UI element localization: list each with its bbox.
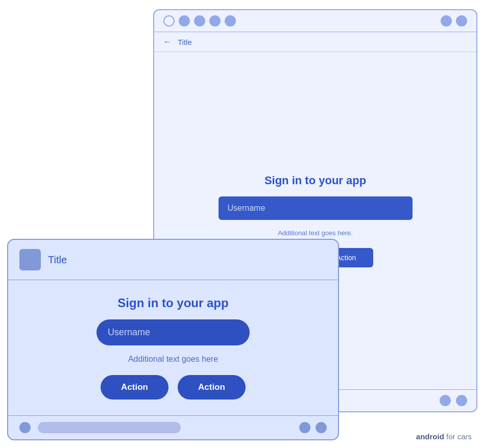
status-dot-white xyxy=(163,15,175,27)
car-bottom-dot-right-2 xyxy=(316,422,327,433)
car-action1-button[interactable]: Action xyxy=(101,375,168,400)
status-dot-3 xyxy=(209,15,221,27)
car-helper-text: Additional text goes here xyxy=(128,355,218,364)
car-username-input[interactable]: Username xyxy=(96,319,250,345)
car-bottom-bar xyxy=(8,415,338,439)
phone-status-bar xyxy=(154,10,476,32)
car-header-title: Title xyxy=(48,254,67,266)
brand-label: android for cars xyxy=(416,432,472,441)
car-signin-title: Sign in to your app xyxy=(117,296,228,310)
car-action2-button[interactable]: Action xyxy=(178,375,246,400)
car-header: Title xyxy=(8,240,338,280)
phone-status-right xyxy=(441,15,467,27)
phone-helper-text: Additional text goes here. xyxy=(278,229,353,237)
car-body: Sign in to your app Username Additional … xyxy=(8,280,338,415)
status-dot-1 xyxy=(179,15,190,27)
car-mockup: Title Sign in to your app Username Addit… xyxy=(7,239,339,440)
phone-bottom-dot-1 xyxy=(440,395,451,406)
back-arrow-icon[interactable]: ← xyxy=(163,37,172,46)
status-dot-2 xyxy=(194,15,205,27)
car-bottom-pill xyxy=(38,422,181,433)
car-bottom-dot-right-1 xyxy=(299,422,310,433)
brand-suffix: for cars xyxy=(444,432,472,441)
phone-nav-title: Title xyxy=(178,38,192,46)
status-dot-4 xyxy=(225,15,236,27)
car-logo-icon xyxy=(19,249,41,270)
car-bottom-dot-left xyxy=(19,422,31,433)
car-actions: Action Action xyxy=(101,375,246,400)
status-right-dot-1 xyxy=(441,15,452,27)
phone-username-input[interactable]: Username xyxy=(219,196,413,220)
phone-bottom-dot-2 xyxy=(456,395,467,406)
car-bottom-right xyxy=(299,422,327,433)
phone-signin-title: Sign in to your app xyxy=(264,174,366,187)
phone-nav-bar: ← Title xyxy=(154,32,476,52)
status-right-dot-2 xyxy=(456,15,467,27)
brand-prefix: android xyxy=(416,432,444,441)
phone-status-left xyxy=(163,15,236,27)
